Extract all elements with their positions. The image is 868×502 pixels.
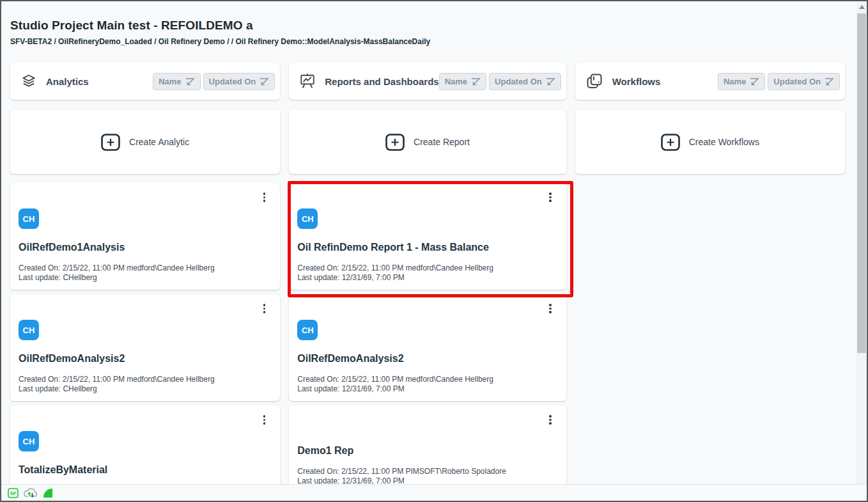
analytics-sort-by-updated-button[interactable]: Updated On bbox=[203, 73, 275, 90]
avatar-badge: CH bbox=[297, 320, 318, 340]
presentation-chart-icon bbox=[299, 73, 316, 90]
card-title: Oil RefinDemo Report 1 - Mass Balance bbox=[297, 242, 553, 253]
card-created-on: Created On: 2/15/22, 11:00 PM medford\Ca… bbox=[297, 375, 553, 384]
card-title: OilRefDemoAnalysis2 bbox=[19, 353, 267, 365]
scrollbar-up-arrow-icon[interactable] bbox=[856, 1, 867, 12]
avatar-badge: CH bbox=[297, 208, 318, 229]
avatar-badge: CH bbox=[19, 431, 39, 451]
kebab-menu-icon[interactable] bbox=[546, 302, 555, 315]
sort-name-label: Name bbox=[724, 77, 746, 86]
reports-sort-group: Name Updated On bbox=[439, 73, 561, 90]
columns-grid: Analytics Name Updated On bbox=[10, 63, 855, 484]
column-reports-dashboards: Reports and Dashboards Name Updated On bbox=[289, 63, 566, 484]
analytics-section-title: Analytics bbox=[46, 76, 153, 87]
reports-section-title: Reports and Dashboards bbox=[325, 76, 438, 87]
kebab-menu-icon[interactable] bbox=[260, 191, 269, 204]
sort-updated-label: Updated On bbox=[773, 77, 821, 86]
card-title: OilRefDemo1Analysis bbox=[19, 242, 267, 253]
plus-icon bbox=[385, 134, 405, 151]
card-demo1-rep[interactable]: Demo1 Rep Created On: 2/15/22, 11:00 PM … bbox=[289, 405, 566, 484]
layers-stack-icon bbox=[20, 73, 37, 90]
app-window: Studio Project Main test - REFOILDEMO a … bbox=[0, 0, 868, 502]
create-analytic-button[interactable]: Create Analytic bbox=[10, 110, 280, 174]
sf-badge-icon: SF bbox=[8, 488, 19, 498]
card-created-on: Created On: 2/15/22, 11:00 PM medford\Ca… bbox=[19, 375, 267, 384]
analytics-sort-by-name-button[interactable]: Name bbox=[153, 73, 200, 90]
create-workflows-label: Create Workflows bbox=[689, 137, 759, 147]
status-bar: SF bbox=[1, 484, 867, 501]
analytics-sort-group: Name Updated On bbox=[153, 73, 275, 90]
sort-name-label: Name bbox=[445, 77, 467, 86]
plus-icon bbox=[101, 134, 120, 151]
card-oilrefdemoanalysis2-left[interactable]: CH OilRefDemoAnalysis2 Created On: 2/15/… bbox=[10, 294, 280, 401]
workflows-sort-by-name-button[interactable]: Name bbox=[718, 73, 765, 90]
card-title: TotalizeByMaterial bbox=[19, 464, 267, 476]
create-report-label: Create Report bbox=[414, 137, 470, 147]
card-created-on: Created On: 2/15/22, 11:00 PM PIMSOFT\Ro… bbox=[297, 467, 553, 476]
card-last-update: Last update: CHellberg bbox=[19, 273, 267, 283]
scrollbar-thumb[interactable] bbox=[857, 13, 866, 353]
column-workflows: Workflows Name Updated On bbox=[575, 63, 845, 484]
column-analytics: Analytics Name Updated On bbox=[10, 63, 280, 484]
create-analytic-label: Create Analytic bbox=[129, 137, 189, 147]
create-workflows-button[interactable]: Create Workflows bbox=[575, 110, 845, 174]
workflows-section-header: Workflows Name Updated On bbox=[575, 63, 845, 100]
kebab-menu-icon[interactable] bbox=[260, 302, 269, 315]
cloud-sync-icon bbox=[23, 487, 38, 498]
sort-icon bbox=[825, 77, 834, 86]
reports-sort-by-updated-button[interactable]: Updated On bbox=[489, 73, 561, 90]
card-last-update: Last update: CHellberg bbox=[19, 384, 267, 394]
card-oilrefdemo1analysis[interactable]: CH OilRefDemo1Analysis Created On: 2/15/… bbox=[10, 183, 280, 290]
card-title: Demo1 Rep bbox=[297, 445, 553, 457]
stacked-windows-icon bbox=[585, 72, 603, 90]
card-last-update: Last update: 12/31/69, 7:00 PM bbox=[297, 384, 553, 394]
connection-wedge-icon bbox=[43, 488, 53, 498]
card-oilrefdemoanalysis2-middle[interactable]: CH OilRefDemoAnalysis2 Created On: 2/15/… bbox=[289, 294, 566, 401]
workflows-sort-by-updated-button[interactable]: Updated On bbox=[768, 73, 840, 90]
kebab-menu-icon[interactable] bbox=[260, 413, 269, 427]
card-oil-refindemo-report-1-mass-balance[interactable]: CH Oil RefinDemo Report 1 - Mass Balance… bbox=[289, 183, 566, 290]
card-title: OilRefDemoAnalysis2 bbox=[297, 353, 553, 365]
sort-name-label: Name bbox=[159, 77, 181, 86]
plus-icon bbox=[661, 134, 680, 151]
kebab-menu-icon[interactable] bbox=[546, 191, 555, 204]
sort-icon bbox=[750, 77, 759, 86]
sort-icon bbox=[185, 77, 195, 86]
sort-updated-label: Updated On bbox=[495, 77, 542, 86]
workflows-sort-group: Name Updated On bbox=[718, 73, 840, 90]
kebab-menu-icon[interactable] bbox=[546, 413, 555, 427]
card-last-update: Last update: 12/31/69, 7:00 PM bbox=[297, 476, 553, 485]
page-title: Studio Project Main test - REFOILDEMO a bbox=[10, 19, 855, 33]
sort-icon bbox=[260, 77, 269, 86]
reports-section-header: Reports and Dashboards Name Updated On bbox=[289, 63, 566, 100]
reports-sort-by-name-button[interactable]: Name bbox=[439, 73, 486, 90]
vertical-scrollbar[interactable] bbox=[856, 1, 867, 484]
card-totalizebymaterial[interactable]: CH TotalizeByMaterial bbox=[10, 405, 280, 484]
avatar-badge: CH bbox=[19, 208, 39, 229]
svg-text:SF: SF bbox=[10, 490, 16, 496]
card-created-on: Created On: 2/15/22, 11:00 PM medford\Ca… bbox=[297, 263, 553, 273]
avatar-badge: CH bbox=[19, 320, 39, 340]
sort-updated-label: Updated On bbox=[209, 77, 256, 86]
card-last-update: Last update: 12/31/69, 7:00 PM bbox=[297, 273, 553, 283]
breadcrumb: SFV-BETA2 / OilRefineryDemo_Loaded / Oil… bbox=[10, 37, 855, 46]
card-created-on: Created On: 2/15/22, 11:00 PM medford\Ca… bbox=[19, 263, 267, 273]
main-content: Studio Project Main test - REFOILDEMO a … bbox=[1, 1, 855, 484]
create-report-button[interactable]: Create Report bbox=[289, 110, 566, 174]
workflows-section-title: Workflows bbox=[612, 76, 718, 87]
sort-icon bbox=[546, 77, 555, 86]
analytics-section-header: Analytics Name Updated On bbox=[10, 63, 280, 100]
sort-icon bbox=[471, 77, 481, 86]
